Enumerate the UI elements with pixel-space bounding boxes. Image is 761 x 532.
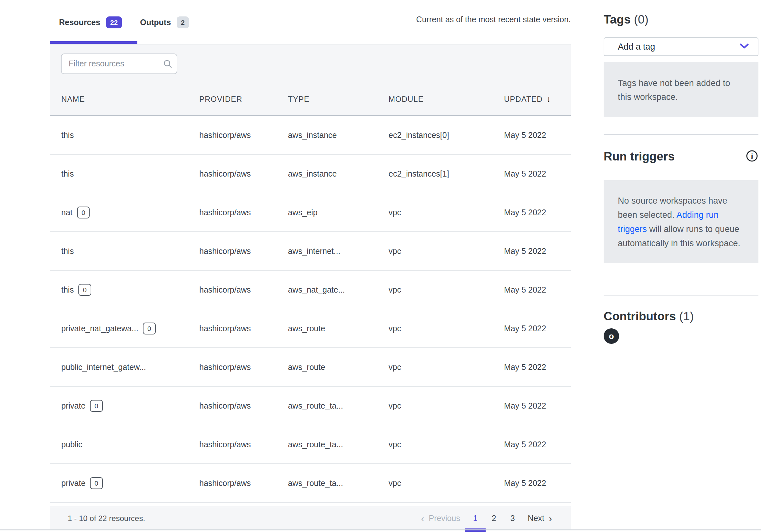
add-tag-label: Add a tag [618, 42, 655, 52]
resource-module: ec2_instances[1] [377, 169, 493, 179]
sidebar: Tags (0) Add a tag Tags have not been ad… [604, 13, 758, 344]
resource-updated: May 5 2022 [493, 285, 571, 294]
contributors-heading: Contributors (1) [604, 310, 758, 323]
filter-resources-input[interactable] [61, 53, 177, 74]
resource-count-badge: 0 [90, 477, 103, 489]
results-summary: 1 - 10 of 22 resources. [50, 514, 145, 523]
tags-empty-message: Tags have not been added to this workspa… [604, 62, 758, 117]
table-row[interactable]: private 0 hashicorp/aws aws_route_ta... … [50, 387, 571, 425]
resource-name-cell: this [50, 169, 188, 179]
tab-resources-label: Resources [59, 18, 100, 27]
resource-name-cell: public [50, 440, 188, 449]
add-tag-dropdown[interactable]: Add a tag [604, 37, 758, 56]
resource-name: this [61, 246, 74, 256]
resource-provider: hashicorp/aws [188, 362, 277, 372]
table-row[interactable]: this hashicorp/aws aws_instance ec2_inst… [50, 155, 571, 193]
state-tabs: Resources 22 Outputs 2 [50, 13, 198, 31]
info-icon[interactable]: i [745, 149, 758, 164]
resource-name: public_internet_gatew... [61, 362, 146, 372]
run-triggers-header: Run triggers i [604, 149, 758, 164]
resource-updated: May 5 2022 [493, 440, 571, 449]
tab-outputs-count-badge: 2 [177, 17, 189, 28]
pagination-page-2[interactable]: 2 [491, 514, 498, 523]
contributor-avatar[interactable]: o [604, 328, 619, 344]
resource-type: aws_route [277, 362, 377, 372]
resource-name-cell: this [50, 246, 188, 256]
resource-name-cell: private_nat_gatewa... 0 [50, 323, 188, 335]
resource-provider: hashicorp/aws [188, 285, 277, 294]
column-header-provider[interactable]: PROVIDER [188, 95, 277, 104]
pagination-next-label: Next [528, 514, 544, 523]
resource-type: aws_route_ta... [277, 401, 377, 410]
resource-name-cell: this [50, 131, 188, 140]
pagination-page-3[interactable]: 3 [509, 514, 516, 523]
tags-heading: Tags (0) [604, 13, 758, 27]
resource-name: this [61, 169, 74, 179]
contributors-count: (1) [679, 310, 694, 323]
resource-name: private_nat_gatewa... [61, 324, 138, 333]
resource-type: aws_route_ta... [277, 440, 377, 449]
resource-name: this [61, 285, 74, 294]
pagination-previous-button[interactable]: ‹ Previous [421, 514, 460, 523]
chevron-right-icon: › [549, 514, 552, 523]
resource-name: nat [61, 208, 73, 217]
table-header-row: NAME PROVIDER TYPE MODULE UPDATED↓ [50, 83, 571, 116]
tab-resources[interactable]: Resources 22 [50, 13, 131, 31]
column-header-updated[interactable]: UPDATED↓ [493, 94, 571, 104]
resource-provider: hashicorp/aws [188, 131, 277, 140]
resource-name: this [61, 131, 74, 140]
resource-name-cell: nat 0 [50, 207, 188, 219]
page-bottom-divider [0, 529, 761, 530]
chevron-left-icon: ‹ [421, 514, 424, 523]
filter-wrap [61, 53, 177, 74]
column-header-name[interactable]: NAME [50, 95, 188, 104]
pagination: ‹ Previous 1 2 3 Next › [421, 514, 571, 523]
table-row[interactable]: private_nat_gatewa... 0 hashicorp/aws aw… [50, 309, 571, 348]
resource-module: vpc [377, 208, 493, 217]
active-tab-indicator [50, 41, 137, 44]
contributors-title: Contributors [604, 310, 676, 323]
resource-provider: hashicorp/aws [188, 208, 277, 217]
pagination-page-1-label: 1 [473, 514, 478, 523]
table-row[interactable]: public hashicorp/aws aws_route_ta... vpc… [50, 425, 571, 464]
resource-module: vpc [377, 246, 493, 256]
state-version-note: Current as of the most recent state vers… [416, 15, 571, 24]
column-header-type[interactable]: TYPE [277, 95, 377, 104]
table-row[interactable]: private 0 hashicorp/aws aws_route_ta... … [50, 464, 571, 503]
sort-descending-icon: ↓ [547, 94, 551, 104]
resource-count-badge: 0 [78, 284, 91, 296]
resource-provider: hashicorp/aws [188, 479, 277, 488]
pagination-page-1[interactable]: 1 [472, 514, 479, 523]
resource-count-badge: 0 [143, 323, 156, 335]
resource-module: vpc [377, 285, 493, 294]
table-row[interactable]: this 0 hashicorp/aws aws_nat_gate... vpc… [50, 271, 571, 309]
table-row[interactable]: this hashicorp/aws aws_instance ec2_inst… [50, 116, 571, 155]
resource-name-cell: this 0 [50, 284, 188, 296]
table-toolbar [50, 44, 571, 83]
workspace-page: Resources 22 Outputs 2 Current as of the… [0, 0, 761, 532]
resource-provider: hashicorp/aws [188, 440, 277, 449]
tags-count: (0) [634, 13, 648, 26]
resource-name-cell: private 0 [50, 400, 188, 412]
resource-updated: May 5 2022 [493, 169, 571, 179]
resource-type: aws_eip [277, 208, 377, 217]
resource-provider: hashicorp/aws [188, 401, 277, 410]
svg-text:i: i [751, 152, 753, 160]
table-row[interactable]: nat 0 hashicorp/aws aws_eip vpc May 5 20… [50, 193, 571, 232]
resource-count-badge: 0 [90, 400, 103, 412]
tab-outputs[interactable]: Outputs 2 [131, 13, 198, 31]
column-header-module[interactable]: MODULE [377, 95, 493, 104]
resource-module: vpc [377, 479, 493, 488]
resource-updated: May 5 2022 [493, 362, 571, 372]
resource-provider: hashicorp/aws [188, 324, 277, 333]
table-row[interactable]: public_internet_gatew... hashicorp/aws a… [50, 348, 571, 387]
table-row[interactable]: this hashicorp/aws aws_internet... vpc M… [50, 232, 571, 271]
resources-panel: NAME PROVIDER TYPE MODULE UPDATED↓ this … [50, 44, 571, 529]
pagination-next-button[interactable]: Next › [528, 514, 552, 523]
resource-updated: May 5 2022 [493, 479, 571, 488]
tab-resources-count-badge: 22 [106, 17, 122, 28]
resource-name: private [61, 479, 86, 488]
resource-updated: May 5 2022 [493, 401, 571, 410]
resource-type: aws_internet... [277, 246, 377, 256]
resource-updated: May 5 2022 [493, 246, 571, 256]
